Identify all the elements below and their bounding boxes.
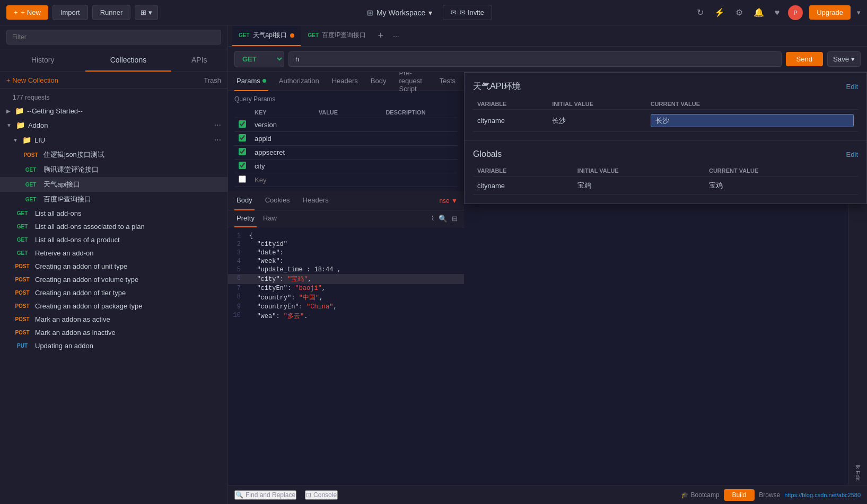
add-tab-button[interactable]: + xyxy=(373,30,388,41)
tab-headers[interactable]: Headers xyxy=(330,72,360,91)
list-item[interactable]: POST 住逻辑json接口测试 xyxy=(0,147,227,162)
key-input[interactable] xyxy=(255,135,310,143)
layout-button[interactable]: ⊞ ▾ xyxy=(135,5,158,20)
var-col-header: VARIABLE xyxy=(473,99,548,110)
key-input[interactable] xyxy=(255,148,310,156)
current-value-input[interactable] xyxy=(651,114,854,127)
lk-edit-label[interactable]: lk Edit xyxy=(855,465,861,481)
search-button[interactable]: 🔍 xyxy=(439,215,448,223)
tab-history[interactable]: History xyxy=(0,49,85,72)
sidebar-item-liu[interactable]: ▼ 📁 LIU ··· xyxy=(0,132,227,147)
method-badge: GET xyxy=(13,210,32,217)
value-input[interactable] xyxy=(319,135,378,143)
row-checkbox[interactable] xyxy=(239,148,246,155)
list-item[interactable]: GET List all add-ons associated to a pla… xyxy=(0,220,227,233)
value-input[interactable] xyxy=(319,176,378,184)
console-button[interactable]: ⊡ Console xyxy=(305,490,338,500)
globals-edit-button[interactable]: Edit xyxy=(846,151,858,158)
tab-body[interactable]: Body xyxy=(369,72,389,91)
row-checkbox[interactable] xyxy=(239,162,246,169)
grid-icon: ⊞ xyxy=(367,8,373,17)
method-select[interactable]: GET POST PUT DELETE xyxy=(234,51,284,67)
filter-button[interactable]: ⊟ xyxy=(452,215,458,223)
list-item[interactable]: POST Mark an addon as inactive xyxy=(0,326,227,339)
list-item[interactable]: GET Retreive an add-on xyxy=(0,246,227,260)
tab-body[interactable]: Body xyxy=(234,191,255,210)
key-input[interactable] xyxy=(255,162,310,170)
sidebar-item-addon[interactable]: ▼ 📁 Addon ··· xyxy=(0,118,227,132)
tab-authorization[interactable]: Authorization xyxy=(277,72,321,91)
row-checkbox[interactable] xyxy=(239,134,246,142)
new-button[interactable]: + + New xyxy=(6,5,48,20)
code-line: 1 { xyxy=(228,232,464,240)
list-item[interactable]: GET 天气api接口 xyxy=(0,177,227,192)
value-input[interactable] xyxy=(319,121,378,129)
avatar[interactable]: P xyxy=(788,5,803,20)
list-item[interactable]: GET 百度IP查询接口 xyxy=(0,192,227,207)
desc-input[interactable] xyxy=(386,176,453,184)
filter-input[interactable] xyxy=(6,30,221,45)
list-item[interactable]: GET 腾讯课堂评论接口 xyxy=(0,162,227,177)
desc-input[interactable] xyxy=(386,135,453,143)
list-item[interactable]: POST Creating an addon of tier type xyxy=(0,286,227,299)
new-collection-button[interactable]: + New Collection xyxy=(6,76,58,84)
list-item[interactable]: PUT Updating an addon xyxy=(0,339,227,352)
tab-tianqi[interactable]: GET 天气api接口 xyxy=(232,26,301,46)
row-checkbox[interactable] xyxy=(239,120,246,128)
runner-button[interactable]: Runner xyxy=(92,5,131,20)
dots-menu[interactable]: ··· xyxy=(214,120,221,130)
list-item[interactable]: POST Creating an addon of package type xyxy=(0,299,227,313)
tab-baidu[interactable]: GET 百度IP查询接口 xyxy=(302,26,373,46)
env-edit-button[interactable]: Edit xyxy=(846,83,858,91)
tab-raw[interactable]: Raw xyxy=(261,210,279,227)
tab-tests[interactable]: Tests xyxy=(437,72,458,91)
chevron-down-icon-upgrade[interactable]: ▾ xyxy=(857,8,861,16)
list-item[interactable]: POST Mark an addon as active xyxy=(0,313,227,326)
trash-button[interactable]: Trash xyxy=(204,76,221,84)
list-item[interactable]: GET List all add-ons xyxy=(0,207,227,220)
wrap-button[interactable]: ⌇ xyxy=(431,215,434,223)
list-item[interactable]: GET List all add-ons of a product xyxy=(0,233,227,246)
key-input[interactable] xyxy=(255,121,310,129)
workspace-button[interactable]: ⊞ My Workspace ▾ xyxy=(361,5,439,20)
desc-input[interactable] xyxy=(386,148,453,156)
invite-button[interactable]: ✉ ✉ Invite xyxy=(443,5,492,20)
tab-pretty[interactable]: Pretty xyxy=(234,210,257,227)
method-badge: POST xyxy=(13,289,32,296)
list-item[interactable]: POST Creating an addon of unit type xyxy=(0,260,227,273)
notifications-button[interactable]: 🔔 xyxy=(751,5,766,20)
save-button[interactable]: Save ▾ xyxy=(827,51,861,67)
more-tabs-button[interactable]: ··· xyxy=(389,32,404,40)
sidebar-item-getting-started[interactable]: ▶ 📁 --Getting Started-- xyxy=(0,104,227,118)
build-button[interactable]: Build xyxy=(724,489,755,501)
value-input[interactable] xyxy=(319,162,378,170)
browse-button[interactable]: Browse xyxy=(759,491,780,499)
satellite-button[interactable]: ⚡ xyxy=(712,5,727,20)
tab-pre-request[interactable]: Pre-request Script xyxy=(397,72,428,91)
dots-menu[interactable]: ··· xyxy=(214,135,221,145)
current-cell[interactable] xyxy=(646,110,858,132)
sync-button[interactable]: ↻ xyxy=(695,5,706,20)
send-button[interactable]: Send xyxy=(786,52,823,66)
list-item[interactable]: POST Creating an addon of volume type xyxy=(0,273,227,286)
heart-button[interactable]: ♥ xyxy=(773,6,782,20)
tab-cookies[interactable]: Cookies xyxy=(263,191,292,210)
tab-collections[interactable]: Collections xyxy=(85,49,171,72)
url-display: https://blog.csdn.net/abc2580 xyxy=(784,492,861,498)
tab-headers[interactable]: Headers xyxy=(301,191,331,210)
bootcamp-button[interactable]: 🎓 Bootcamp xyxy=(681,491,719,499)
row-checkbox[interactable] xyxy=(239,175,246,183)
desc-input[interactable] xyxy=(386,162,453,170)
find-replace-button[interactable]: 🔍 Find and Replace xyxy=(234,490,296,500)
tab-apis[interactable]: APIs xyxy=(171,49,227,72)
import-button[interactable]: Import xyxy=(52,5,88,20)
tab-params[interactable]: Params xyxy=(234,72,268,91)
upgrade-button[interactable]: Upgrade xyxy=(809,5,851,20)
tabs-row: GET 天气api接口 GET 百度IP查询接口 + ··· xyxy=(228,25,867,47)
desc-input[interactable] xyxy=(386,121,453,129)
url-input[interactable] xyxy=(288,51,782,67)
key-input[interactable] xyxy=(255,176,310,184)
sidebar-item-label: 百度IP查询接口 xyxy=(43,194,221,204)
settings-button[interactable]: ⚙ xyxy=(733,5,745,20)
value-input[interactable] xyxy=(319,148,378,156)
